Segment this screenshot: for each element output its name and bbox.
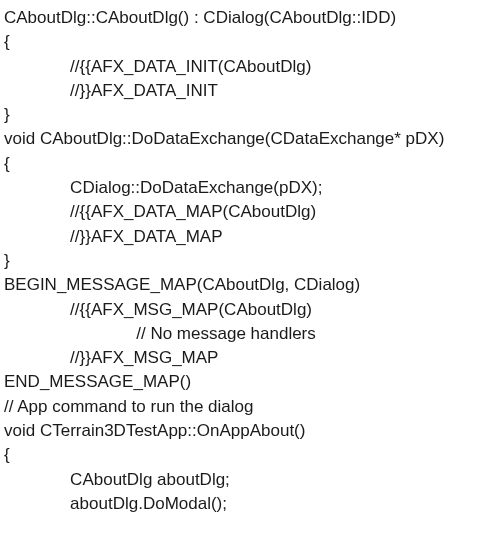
code-line: //{{AFX_DATA_INIT(CAboutDlg) <box>4 55 496 79</box>
code-line: // No message handlers <box>4 322 496 346</box>
code-line: CAboutDlg aboutDlg; <box>4 468 496 492</box>
code-line: } <box>4 103 496 127</box>
code-line: { <box>4 152 496 176</box>
code-line: { <box>4 443 496 467</box>
code-line: END_MESSAGE_MAP() <box>4 370 496 394</box>
code-line: void CTerrain3DTestApp::OnAppAbout() <box>4 419 496 443</box>
code-line: void CAboutDlg::DoDataExchange(CDataExch… <box>4 127 496 151</box>
code-line: aboutDlg.DoModal(); <box>4 492 496 516</box>
code-line: CAboutDlg::CAboutDlg() : CDialog(CAboutD… <box>4 6 496 30</box>
code-line: // App command to run the dialog <box>4 395 496 419</box>
code-line: //}}AFX_DATA_INIT <box>4 79 496 103</box>
code-line: //}}AFX_MSG_MAP <box>4 346 496 370</box>
code-line: } <box>4 249 496 273</box>
code-line: { <box>4 30 496 54</box>
code-line: //{{AFX_DATA_MAP(CAboutDlg) <box>4 200 496 224</box>
code-line: BEGIN_MESSAGE_MAP(CAboutDlg, CDialog) <box>4 273 496 297</box>
code-line: CDialog::DoDataExchange(pDX); <box>4 176 496 200</box>
code-block: CAboutDlg::CAboutDlg() : CDialog(CAboutD… <box>0 0 500 516</box>
code-line: //{{AFX_MSG_MAP(CAboutDlg) <box>4 298 496 322</box>
code-line: //}}AFX_DATA_MAP <box>4 225 496 249</box>
